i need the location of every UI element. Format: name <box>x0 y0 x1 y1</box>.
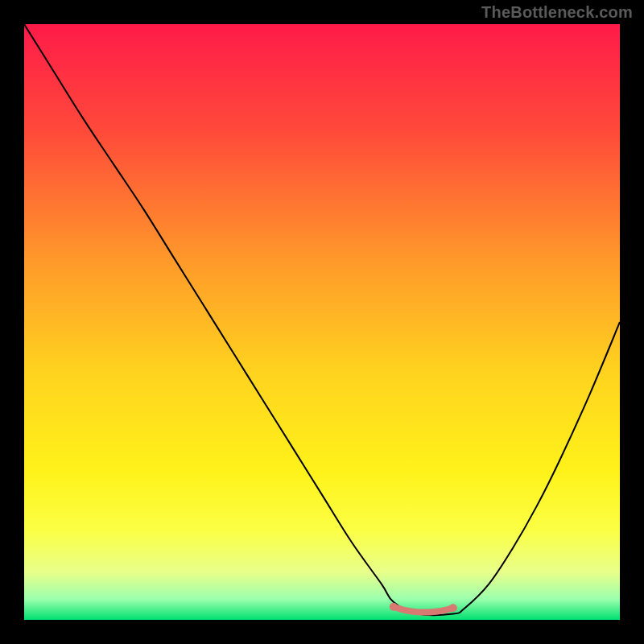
optimal-range-start <box>390 603 398 611</box>
watermark-text: TheBottleneck.com <box>481 3 633 22</box>
chart-svg <box>24 24 620 620</box>
optimal-range-end <box>449 604 457 612</box>
plot-area <box>24 24 620 620</box>
svg-rect-0 <box>24 24 620 620</box>
chart-frame: TheBottleneck.com <box>0 0 644 644</box>
